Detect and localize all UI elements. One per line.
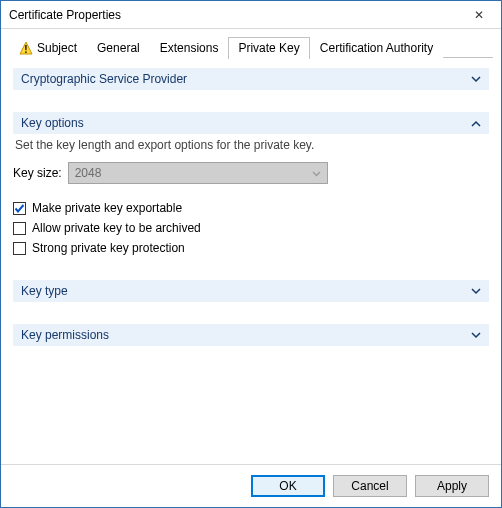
tab-private-key[interactable]: Private Key <box>228 37 309 59</box>
chevron-up-icon <box>471 118 481 129</box>
tab-subject[interactable]: ! Subject <box>9 37 87 58</box>
tab-strip: ! Subject General Extensions Private Key… <box>1 29 501 58</box>
spacer <box>13 186 489 198</box>
section-title: Key type <box>21 284 471 298</box>
chevron-down-icon <box>471 286 481 297</box>
apply-button[interactable]: Apply <box>415 475 489 497</box>
tab-label: Private Key <box>238 41 299 55</box>
tab-label: Extensions <box>160 41 219 55</box>
tab-label: Subject <box>37 41 77 55</box>
key-size-field: Key size: 2048 <box>13 160 489 186</box>
dialog-button-row: OK Cancel Apply <box>1 464 501 507</box>
cancel-button[interactable]: Cancel <box>333 475 407 497</box>
chevron-down-icon <box>471 330 481 341</box>
section-title: Key permissions <box>21 328 471 342</box>
section-title: Key options <box>21 116 471 130</box>
svg-text:!: ! <box>24 44 27 55</box>
window-title: Certificate Properties <box>9 8 456 22</box>
close-button[interactable]: ✕ <box>456 1 501 29</box>
section-key-options-header[interactable]: Key options <box>13 112 489 134</box>
key-size-label: Key size: <box>13 166 62 180</box>
checkbox-archivable[interactable] <box>13 222 26 235</box>
checkbox-exportable[interactable] <box>13 202 26 215</box>
key-size-select[interactable]: 2048 <box>68 162 328 184</box>
checkbox-strong[interactable] <box>13 242 26 255</box>
tab-label: General <box>97 41 140 55</box>
chevron-down-icon <box>471 74 481 85</box>
spacer <box>13 302 489 324</box>
button-label: Cancel <box>351 479 388 493</box>
checkbox-label: Strong private key protection <box>32 241 185 255</box>
checkbox-label: Allow private key to be archived <box>32 221 201 235</box>
tab-content: Cryptographic Service Provider Key optio… <box>1 58 501 464</box>
button-label: OK <box>279 479 296 493</box>
certificate-properties-window: Certificate Properties ✕ ! Subject Gener… <box>0 0 502 508</box>
section-title: Cryptographic Service Provider <box>21 72 471 86</box>
tab-label: Certification Authority <box>320 41 433 55</box>
chevron-down-icon <box>312 168 321 179</box>
titlebar: Certificate Properties ✕ <box>1 1 501 29</box>
button-label: Apply <box>437 479 467 493</box>
spacer <box>13 90 489 112</box>
section-key-permissions-header[interactable]: Key permissions <box>13 324 489 346</box>
section-key-type-header[interactable]: Key type <box>13 280 489 302</box>
key-size-value: 2048 <box>75 166 312 180</box>
spacer <box>13 258 489 280</box>
checkbox-exportable-row[interactable]: Make private key exportable <box>13 198 489 218</box>
warning-icon: ! <box>19 41 33 55</box>
tab-general[interactable]: General <box>87 37 150 58</box>
section-key-options-desc: Set the key length and export options fo… <box>13 134 489 160</box>
checkbox-label: Make private key exportable <box>32 201 182 215</box>
section-csp-header[interactable]: Cryptographic Service Provider <box>13 68 489 90</box>
checkbox-archivable-row[interactable]: Allow private key to be archived <box>13 218 489 238</box>
tab-extensions[interactable]: Extensions <box>150 37 229 58</box>
checkbox-strong-row[interactable]: Strong private key protection <box>13 238 489 258</box>
close-icon: ✕ <box>474 8 484 22</box>
tab-certification-authority[interactable]: Certification Authority <box>310 37 443 58</box>
ok-button[interactable]: OK <box>251 475 325 497</box>
